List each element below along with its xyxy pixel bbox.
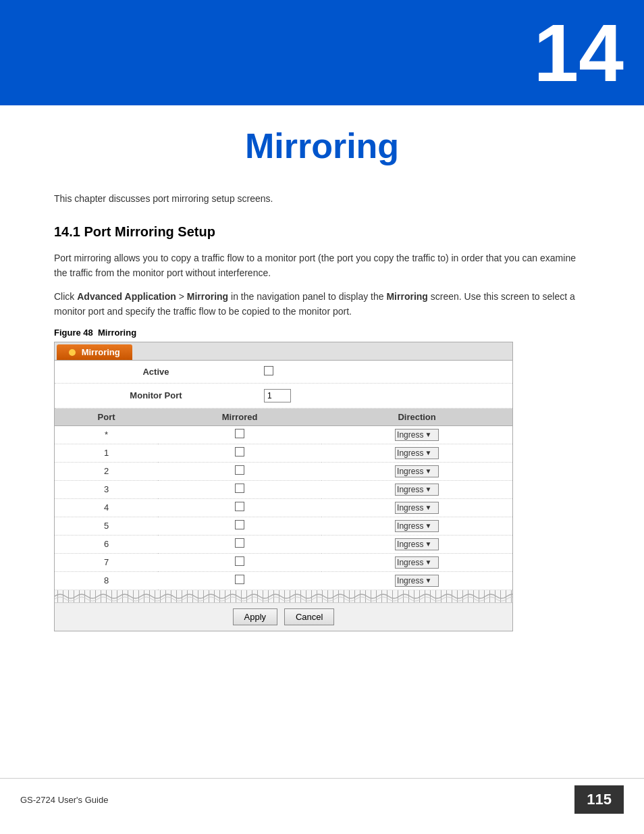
mirrored-checkbox[interactable] [235,502,244,511]
select-arrow-icon: ▼ [425,431,431,438]
section-body-2: Click Advanced Application > Mirroring i… [54,289,590,319]
col-mirrored: Mirrored [158,409,321,426]
select-arrow-icon: ▼ [425,504,431,511]
squiggle-divider [55,590,512,602]
page-footer: GS-2724 User's Guide 115 [0,778,644,820]
content-area: This chapter discusses port mirroring se… [0,193,644,679]
body2-bold1: Advanced Application [77,291,176,302]
direction-select[interactable]: Ingress▼ [395,502,439,514]
direction-cell: Ingress▼ [321,480,512,498]
table-body: *Ingress▼1Ingress▼2Ingress▼3Ingress▼4Ing… [55,425,512,590]
port-cell: 6 [55,535,158,553]
port-cell: 7 [55,553,158,571]
mirrored-checkbox[interactable] [235,447,244,457]
table-row: 7Ingress▼ [55,553,512,571]
table-row: *Ingress▼ [55,425,512,444]
direction-select[interactable]: Ingress▼ [395,520,439,532]
port-cell: 4 [55,498,158,517]
mirrored-cell [158,425,321,444]
body2-bold2: Mirroring [187,291,228,302]
body2-suffix: in the navigation panel to display the [228,291,386,302]
select-arrow-icon: ▼ [425,467,431,475]
select-arrow-icon: ▼ [425,522,431,529]
mirrored-cell [158,571,321,590]
button-bar: Apply Cancel [55,602,512,631]
direction-cell: Ingress▼ [321,425,512,444]
section-heading: 14.1 Port Mirroring Setup [54,224,590,240]
mirrored-checkbox[interactable] [235,429,244,438]
mirrored-checkbox[interactable] [235,520,244,529]
table-header: Port Mirrored Direction [55,409,512,426]
mirroring-tab[interactable]: Mirroring [57,344,132,360]
direction-select[interactable]: Ingress▼ [395,484,439,496]
direction-select[interactable]: Ingress▼ [395,465,439,477]
direction-cell: Ingress▼ [321,462,512,480]
table-row: 5Ingress▼ [55,517,512,535]
select-arrow-icon: ▼ [425,486,431,493]
mirrored-checkbox[interactable] [235,465,244,475]
mirrored-checkbox[interactable] [235,556,244,566]
direction-cell: Ingress▼ [321,517,512,535]
monitor-port-value-container: 1 [257,387,512,405]
apply-button[interactable]: Apply [233,608,278,625]
figure-label: Figure 48 Mirroring [54,328,590,338]
col-direction: Direction [321,409,512,426]
select-arrow-icon: ▼ [425,558,431,566]
monitor-port-row: Monitor Port 1 [55,384,512,409]
port-table: Port Mirrored Direction *Ingress▼1Ingres… [55,409,512,590]
section-body-1: Port mirroring allows you to copy a traf… [54,251,590,281]
mirrored-cell [158,480,321,498]
form-section: Active Monitor Port 1 [55,361,512,409]
footer-left-text: GS-2724 User's Guide [20,795,108,805]
cancel-button[interactable]: Cancel [284,608,334,625]
body2-prefix: Click [54,291,77,302]
direction-cell: Ingress▼ [321,571,512,590]
table-row: 2Ingress▼ [55,462,512,480]
direction-select[interactable]: Ingress▼ [395,429,439,441]
page-number: 115 [574,785,624,814]
select-arrow-icon: ▼ [425,540,431,548]
direction-cell: Ingress▼ [321,553,512,571]
active-checkbox-container [257,364,512,380]
chapter-number: 14 [0,0,644,105]
direction-select[interactable]: Ingress▼ [395,575,439,587]
tab-label: Mirroring [82,347,120,357]
tab-dot-icon [69,349,76,356]
active-label: Active [55,365,257,379]
port-cell: 1 [55,444,158,462]
direction-select[interactable]: Ingress▼ [395,538,439,550]
table-row: 3Ingress▼ [55,480,512,498]
select-arrow-icon: ▼ [425,577,431,584]
monitor-port-input[interactable]: 1 [264,389,291,402]
mirrored-checkbox[interactable] [235,538,244,548]
body2-mid: > [176,291,187,302]
mirrored-checkbox[interactable] [235,484,244,493]
port-cell: * [55,425,158,444]
direction-cell: Ingress▼ [321,444,512,462]
tab-bar: Mirroring [55,342,512,361]
table-row: 4Ingress▼ [55,498,512,517]
mirrored-cell [158,535,321,553]
port-cell: 2 [55,462,158,480]
direction-cell: Ingress▼ [321,535,512,553]
direction-select[interactable]: Ingress▼ [395,556,439,569]
col-port: Port [55,409,158,426]
port-cell: 3 [55,480,158,498]
active-checkbox[interactable] [264,366,273,375]
port-cell: 8 [55,571,158,590]
table-row: 1Ingress▼ [55,444,512,462]
chapter-title: Mirroring [0,105,644,193]
table-row: 6Ingress▼ [55,535,512,553]
mirrored-cell [158,444,321,462]
body2-bold3: Mirroring [386,291,427,302]
mirrored-cell [158,553,321,571]
direction-select[interactable]: Ingress▼ [395,447,439,459]
mirrored-checkbox[interactable] [235,575,244,584]
ui-screenshot: Mirroring Active Monitor Port 1 [54,342,513,631]
port-cell: 5 [55,517,158,535]
select-arrow-icon: ▼ [425,449,431,457]
chapter-intro: This chapter discusses port mirroring se… [54,193,590,204]
direction-cell: Ingress▼ [321,498,512,517]
active-row: Active [55,361,512,384]
table-row: 8Ingress▼ [55,571,512,590]
